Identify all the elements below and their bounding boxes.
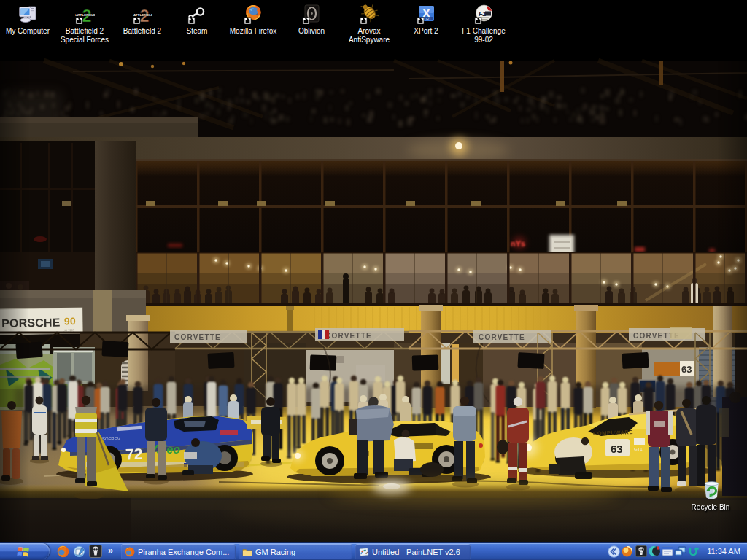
- svg-text:CORVETTE: CORVETTE: [325, 332, 372, 340]
- svg-text:90: 90: [64, 315, 76, 327]
- svg-text:F1: F1: [479, 9, 486, 18]
- svg-text:63: 63: [611, 443, 623, 455]
- svg-text:COMPUWARE: COMPUWARE: [593, 429, 633, 437]
- svg-text:SOFREV: SOFREV: [102, 437, 120, 441]
- svg-text:GT1: GT1: [634, 447, 643, 451]
- svg-text:nYs: nYs: [511, 239, 525, 248]
- svg-text:CORVETTE: CORVETTE: [174, 333, 221, 341]
- svg-text:72: 72: [125, 446, 143, 463]
- svg-text:BATTLEFIELD: BATTLEFIELD: [75, 13, 95, 17]
- svg-text:CORVETTE: CORVETTE: [479, 333, 525, 341]
- svg-text:BATTLEFIELD: BATTLEFIELD: [133, 13, 152, 17]
- svg-text:63: 63: [681, 364, 692, 375]
